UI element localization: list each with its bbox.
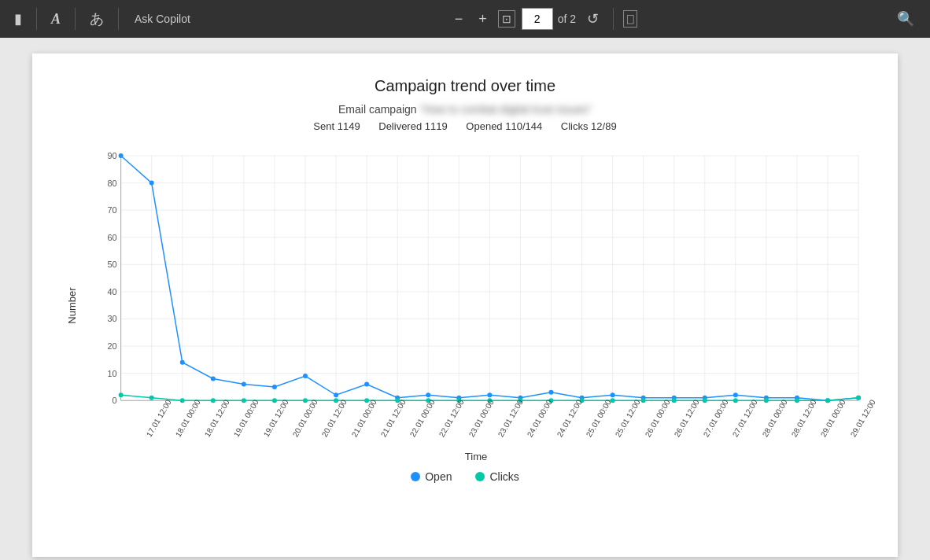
svg-point-95 [825, 398, 830, 403]
chart-svg: 0102030405060708090 [86, 148, 866, 416]
svg-text:60: 60 [108, 233, 117, 242]
divider-1 [36, 8, 37, 30]
svg-point-57 [426, 392, 430, 397]
svg-point-53 [303, 374, 308, 378]
svg-point-55 [364, 381, 369, 386]
subtitle-blurred: "How to combat digital trust issues" [420, 103, 592, 116]
svg-text:0: 0 [113, 396, 117, 405]
svg-point-73 [149, 396, 154, 400]
minimize-icon[interactable]: − [450, 8, 468, 31]
svg-point-59 [487, 392, 492, 397]
y-axis-label-container: Number [64, 148, 79, 462]
svg-point-52 [272, 385, 277, 389]
total-pages: of 2 [558, 13, 576, 25]
svg-point-54 [334, 392, 338, 397]
page-container: Campaign trend over time Email campaign … [32, 53, 898, 557]
page-number-input[interactable] [522, 8, 553, 30]
svg-text:20: 20 [108, 341, 117, 351]
svg-point-67 [733, 392, 738, 397]
main-content: Campaign trend over time Email campaign … [0, 38, 930, 560]
svg-point-96 [856, 396, 861, 400]
svg-point-76 [242, 398, 246, 403]
chart-inner: 0102030405060708090 17.01 12:0018.01 00:… [86, 148, 866, 462]
stat-sent: Sent 1149 [313, 120, 360, 132]
legend-item-clicks: Clicks [475, 470, 519, 483]
svg-text:30: 30 [108, 314, 117, 323]
svg-text:70: 70 [108, 205, 117, 215]
toolbar: ▮ A あ Ask Copilot − + ⊡ of 2 ↺ ⎕ 🔍 [0, 0, 930, 38]
svg-point-74 [180, 398, 185, 403]
svg-point-49 [180, 360, 185, 365]
chart-stats: Sent 1149 Delivered 1119 Opened 110/144 … [64, 120, 866, 132]
maximize-icon[interactable]: + [474, 8, 492, 31]
svg-text:50: 50 [108, 260, 117, 269]
y-axis-label: Number [66, 287, 78, 323]
x-axis-labels: 17.01 12:0018.01 00:0018.01 12:0019.01 0… [121, 416, 866, 448]
search-icon[interactable]: 🔍 [891, 7, 921, 31]
divider-2 [75, 8, 76, 30]
svg-point-94 [795, 398, 799, 403]
svg-point-90 [672, 398, 677, 403]
svg-point-91 [703, 398, 707, 403]
divider-4 [613, 8, 614, 30]
fit-page-icon[interactable]: ⊡ [498, 10, 515, 28]
legend-dot-open [411, 472, 420, 481]
legend-label-open: Open [425, 470, 452, 483]
stat-clicks: Clicks 12/89 [561, 120, 617, 132]
svg-point-78 [303, 398, 308, 403]
x-axis-title: Time [86, 451, 866, 462]
subtitle-prefix: Email campaign [338, 103, 417, 116]
svg-text:10: 10 [108, 369, 117, 378]
svg-text:90: 90 [108, 151, 117, 160]
svg-point-61 [549, 390, 554, 395]
ask-copilot-button[interactable]: Ask Copilot [128, 9, 197, 28]
svg-text:80: 80 [108, 179, 117, 188]
svg-point-72 [119, 392, 124, 397]
svg-point-48 [149, 181, 154, 186]
svg-point-77 [272, 398, 277, 403]
chart-legend: Open Clicks [64, 470, 866, 483]
translate-icon[interactable]: あ [85, 6, 109, 31]
chart-title: Campaign trend over time [64, 77, 866, 95]
stat-delivered: Delivered 1119 [378, 120, 447, 132]
svg-point-51 [242, 381, 246, 386]
page-input-group: of 2 [522, 8, 576, 30]
divider-3 [118, 8, 119, 30]
svg-point-93 [764, 398, 769, 403]
svg-point-47 [119, 153, 124, 158]
legend-dot-clicks [475, 472, 485, 481]
svg-point-75 [211, 398, 216, 403]
svg-point-92 [733, 398, 738, 403]
stat-opened: Opened 110/144 [466, 120, 542, 132]
legend-label-clicks: Clicks [489, 470, 519, 483]
rotate-icon[interactable]: ↺ [582, 7, 603, 31]
svg-text:40: 40 [108, 287, 117, 297]
svg-point-50 [211, 377, 216, 381]
font-icon[interactable]: A [46, 8, 65, 31]
cursor-icon[interactable]: ▮ [9, 7, 27, 31]
bookmark-icon[interactable]: ⎕ [623, 10, 637, 28]
chart-subtitle: Email campaign "How to combat digital tr… [64, 103, 866, 116]
svg-point-63 [611, 392, 615, 397]
legend-item-open: Open [411, 470, 452, 483]
chart-wrapper: Number 0102030405060708090 17.01 12:0018… [64, 148, 866, 462]
chart-plot-area: 0102030405060708090 [86, 148, 866, 416]
